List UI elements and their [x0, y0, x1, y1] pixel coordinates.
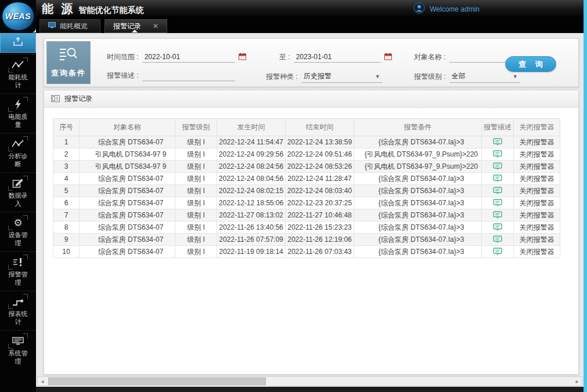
horizontal-scrollbar[interactable]: ◂ ▸ [37, 376, 582, 386]
user-welcome[interactable]: Welcome admin [413, 2, 480, 16]
close-alarm-link[interactable]: 关闭报警器 [514, 234, 560, 246]
table-row[interactable]: 8 综合泵房 DTS634-07 级别 I 2022-11-26 13:40:5… [53, 222, 560, 234]
welcome-text: Welcome admin [430, 5, 480, 13]
time-range-label: 时间范围 : [107, 52, 139, 62]
sidebar-nav: 能耗统计 电能质量 分析诊断 数据录入 ⚙ 设备管理 报警管理 报表统计 系统管… [0, 32, 36, 392]
table-header-row: 序号 对象名称 报警级别 发生时间 结束时间 报警条件 报警描述 关闭报警器 [53, 119, 560, 136]
lightning-icon [10, 99, 26, 110]
table-row[interactable]: 3 引风电机 DTS634-97 9 级别 I 2022-12-24 08:24… [53, 161, 560, 173]
sidebar-item-lightning[interactable]: 电能质量 [0, 93, 36, 133]
time-from-input[interactable] [142, 52, 235, 63]
calendar-icon[interactable] [239, 53, 246, 62]
tab-close-icon[interactable]: ✕ [153, 22, 159, 30]
sidebar-item-gear[interactable]: ⚙ 设备管理 [0, 212, 36, 251]
app-window: 能 源 智能优化节能系统 Welcome admin WEAS [0, 0, 587, 392]
line-chart-icon [10, 59, 26, 71]
cell-level: 级别 I [175, 185, 217, 197]
close-alarm-link[interactable]: 关闭报警器 [514, 209, 560, 222]
comment-icon[interactable] [493, 211, 502, 219]
section-title: 报警记录 [64, 94, 92, 104]
app-title-main: 能 源 [42, 1, 75, 17]
sidebar-item-home[interactable] [0, 33, 36, 53]
scroll-left-arrow[interactable]: ◂ [38, 378, 47, 384]
comment-icon[interactable] [493, 138, 502, 146]
scroll-right-arrow[interactable]: ▸ [572, 378, 582, 384]
table-row[interactable]: 9 综合泵房 DTS634-07 级别 I 2022-11-26 07:57:0… [53, 234, 560, 246]
cell-end-time: 2022-11-26 07:03:43 [286, 246, 354, 258]
search-button[interactable]: 查 询 [505, 56, 556, 72]
home-icon [12, 37, 24, 49]
table-row[interactable]: 6 综合泵房 DTS634-07 级别 I 2022-12-12 18:55:0… [53, 197, 560, 209]
cell-end-time: 2022-12-24 11:28:47 [286, 173, 354, 185]
cell-start-time: 2022-12-24 08:02:15 [217, 185, 286, 197]
cell-alarm-desc [482, 161, 514, 173]
comment-icon[interactable] [493, 150, 502, 158]
cell-end-time: 2022-12-24 13:38:59 [286, 136, 354, 148]
sidebar-item-label: 能耗统计 [6, 73, 30, 89]
cell-alarm-desc [482, 136, 514, 148]
tab-energy-overview[interactable]: 能耗概览 [39, 19, 100, 33]
cell-no: 3 [53, 161, 80, 173]
comment-icon[interactable] [493, 162, 502, 170]
close-alarm-link[interactable]: 关闭报警器 [514, 161, 560, 173]
cell-no: 2 [53, 148, 80, 161]
close-alarm-link[interactable]: 关闭报警器 [514, 136, 560, 148]
alarm-table: 序号 对象名称 报警级别 发生时间 结束时间 报警条件 报警描述 关闭报警器 1… [53, 118, 560, 258]
monitor-icon [10, 335, 26, 347]
cell-start-time: 2022-11-19 09:18:14 [217, 246, 286, 258]
alarm-level-select[interactable]: 全部 ▼ [449, 70, 520, 83]
alarm-level-value: 全部 [452, 71, 466, 81]
sidebar-item-label: 数据录入 [6, 191, 30, 208]
cell-condition: {综合泵房 DTS634-07.Ia}>3 [354, 173, 482, 185]
close-alarm-link[interactable]: 关闭报警器 [514, 148, 560, 161]
cell-object-name: 引风电机 DTS634-97 9 [80, 161, 175, 173]
cell-object-name: 综合泵房 DTS634-07 [80, 136, 175, 148]
cell-level: 级别 I [175, 209, 217, 222]
comment-icon[interactable] [493, 175, 502, 183]
close-alarm-link[interactable]: 关闭报警器 [514, 173, 560, 185]
sidebar-item-label: 分析诊断 [6, 152, 30, 168]
close-alarm-link[interactable]: 关闭报警器 [514, 185, 560, 197]
cell-condition: {综合泵房 DTS634-07.Ia}>3 [354, 209, 482, 222]
pencil-icon [10, 177, 26, 189]
time-to-input[interactable] [294, 52, 381, 63]
sidebar-item-line-chart[interactable]: 能耗统计 [0, 54, 36, 93]
comment-icon[interactable] [493, 199, 502, 207]
comment-icon[interactable] [493, 248, 502, 256]
table-row[interactable]: 4 综合泵房 DTS634-07 级别 I 2022-12-24 08:04:5… [53, 173, 560, 185]
table-row[interactable]: 10 综合泵房 DTS634-07 级别 I 2022-11-19 09:18:… [53, 246, 560, 258]
cell-object-name: 综合泵房 DTS634-07 [80, 209, 175, 222]
cell-alarm-desc [482, 234, 514, 246]
comment-icon[interactable] [493, 235, 502, 244]
close-alarm-link[interactable]: 关闭报警器 [514, 197, 560, 209]
tab-alarm-records[interactable]: 报警记录 ✕ [105, 19, 167, 33]
sidebar-item-line-chart[interactable]: 分析诊断 [0, 133, 36, 172]
sidebar-item-report[interactable]: 报表统计 [0, 291, 36, 330]
cell-object-name: 综合泵房 DTS634-07 [80, 197, 175, 209]
cell-start-time: 2022-12-24 08:04:56 [217, 173, 286, 185]
user-avatar-icon [413, 2, 425, 16]
scrollbar-thumb[interactable] [48, 378, 266, 385]
gear-icon: ⚙ [10, 217, 26, 228]
table-row[interactable]: 2 引风电机 DTS634-97 9 级别 I 2022-12-24 09:29… [53, 148, 560, 161]
sidebar-item-pencil[interactable]: 数据录入 [0, 172, 36, 212]
time-range-field: 时间范围 : [107, 52, 246, 63]
bottom-strip [36, 387, 587, 392]
table-row[interactable]: 5 综合泵房 DTS634-07 级别 I 2022-12-24 08:02:1… [53, 185, 560, 197]
table-row[interactable]: 1 综合泵房 DTS634-07 级别 I 2022-12-24 11:54:4… [53, 136, 560, 148]
cell-alarm-desc [482, 173, 514, 185]
close-alarm-link[interactable]: 关闭报警器 [514, 246, 560, 258]
calendar-icon[interactable] [384, 53, 392, 62]
alarm-type-select[interactable]: 历史报警 ▼ [301, 70, 383, 83]
cell-object-name: 引风电机 DTS634-97 9 [80, 148, 175, 161]
close-alarm-link[interactable]: 关闭报警器 [514, 222, 560, 234]
comment-icon[interactable] [493, 223, 502, 231]
comment-icon[interactable] [493, 187, 502, 195]
sidebar-item-monitor[interactable]: 系统管理 [0, 330, 36, 369]
sidebar-item-alarm[interactable]: 报警管理 [0, 251, 36, 291]
sidebar-item-label: 报表统计 [6, 310, 30, 326]
cell-start-time: 2022-11-27 08:13:02 [217, 209, 286, 222]
cell-no: 10 [53, 246, 80, 258]
alarm-desc-input[interactable] [142, 70, 235, 81]
table-row[interactable]: 7 综合泵房 DTS634-07 级别 I 2022-11-27 08:13:0… [53, 209, 560, 222]
